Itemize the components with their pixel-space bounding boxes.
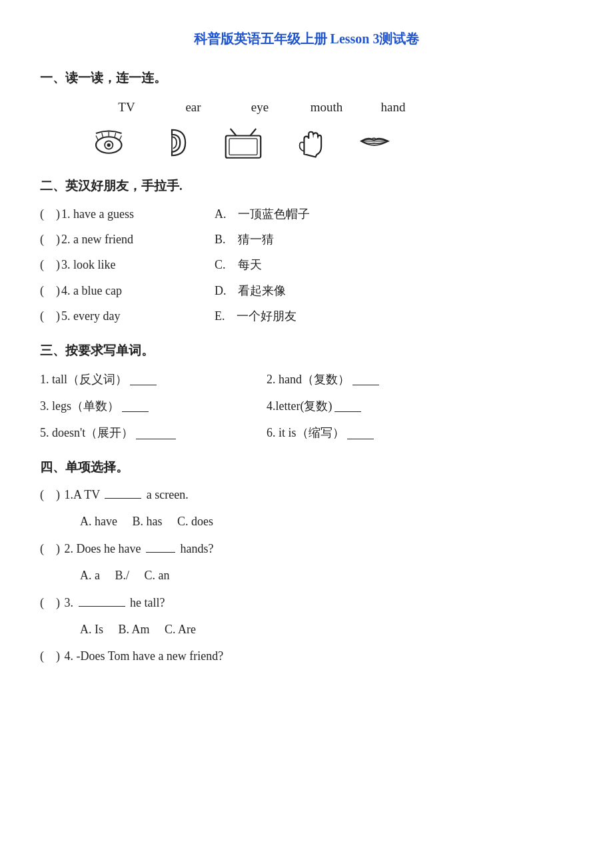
choice-options-1: A. have B. has C. does <box>80 511 573 532</box>
match-right-b: B. 猜一猜 <box>215 229 274 250</box>
word-mouth: mouth <box>293 96 360 119</box>
gap-3 <box>79 595 125 607</box>
write-item-1: 1. tall（反义词） <box>40 369 267 390</box>
svg-line-4 <box>102 133 103 138</box>
choice-num-2: 2. Does he have <box>65 542 141 555</box>
match-right-e: E. 一个好朋友 <box>215 305 297 327</box>
icon-row <box>80 123 573 163</box>
underline-4 <box>334 400 361 412</box>
word-ear: ear <box>160 96 227 119</box>
write-num-5: 5. doesn't（展开） <box>40 422 133 443</box>
choice-paren-3: ( ) <box>40 592 59 613</box>
word-hand: hand <box>360 96 426 119</box>
match-item-2: ( ) 2. a new friend B. 猜一猜 <box>40 229 573 250</box>
choice-paren-1: ( ) <box>40 484 59 505</box>
word-row: TV ear eye mouth hand <box>93 96 573 119</box>
match-item-1: ( ) 1. have a guess A. 一顶蓝色帽子 <box>40 203 573 225</box>
choice-item-3: ( ) 3. he tall? <box>40 592 573 613</box>
svg-line-12 <box>251 129 257 136</box>
choice-paren-4: ( ) <box>40 645 59 667</box>
paren-3: ( ) <box>40 254 59 275</box>
underline-2 <box>352 373 379 385</box>
choice-num-3: 3. <box>65 596 77 609</box>
choice-options-2: A. a B./ C. an <box>80 565 573 586</box>
match-right-d: D. 看起来像 <box>215 280 287 301</box>
svg-rect-10 <box>229 139 257 155</box>
choice-rest-3: he tall? <box>130 596 165 609</box>
section1-title: 一、读一读，连一连。 <box>40 67 573 89</box>
choice-rest-1: a screen. <box>147 488 189 501</box>
match-right-a: A. 一顶蓝色帽子 <box>215 203 310 225</box>
write-row-56: 5. doesn't（展开） 6. it is（缩写） <box>40 422 573 443</box>
underline-6 <box>347 427 374 439</box>
section4-items: ( ) 1.A TV a screen. A. have B. has C. d… <box>40 484 573 667</box>
match-right-c: C. 每天 <box>215 254 262 275</box>
choice-rest-2: hands? <box>180 542 213 555</box>
paren-4: ( ) <box>40 280 59 301</box>
gap-2 <box>146 541 175 553</box>
write-row-34: 3. legs（单数） 4.letter(复数) <box>40 395 573 417</box>
section3-title: 三、按要求写单词。 <box>40 339 573 362</box>
choice-item-4: ( ) 4. -Does Tom have a new friend? <box>40 645 573 667</box>
match-left-5: 5. every day <box>61 305 215 327</box>
ear-drawing <box>147 123 207 163</box>
write-num-2: 2. hand（复数） <box>267 369 350 390</box>
choice-item-1: ( ) 1.A TV a screen. <box>40 484 573 505</box>
word-tv: TV <box>93 96 160 119</box>
svg-line-7 <box>119 136 122 141</box>
gap-1 <box>105 487 141 499</box>
match-item-3: ( ) 3. look like C. 每天 <box>40 254 573 275</box>
eye-drawing <box>80 123 140 163</box>
choice-paren-2: ( ) <box>40 538 59 559</box>
write-num-4: 4.letter(复数) <box>267 395 332 417</box>
underline-1 <box>130 373 157 385</box>
write-row-12: 1. tall（反义词） 2. hand（复数） <box>40 369 573 390</box>
choice-num-4: 4. -Does Tom have a new friend? <box>65 649 224 663</box>
underline-3 <box>122 400 149 412</box>
write-item-2: 2. hand（复数） <box>267 369 493 390</box>
underline-5 <box>136 427 176 439</box>
paren-2: ( ) <box>40 229 59 250</box>
write-item-3: 3. legs（单数） <box>40 395 267 417</box>
choice-num-1: 1.A TV <box>65 488 100 501</box>
svg-point-2 <box>107 143 111 147</box>
paren-1: ( ) <box>40 203 59 225</box>
svg-line-3 <box>96 136 99 141</box>
section4-title: 四、单项选择。 <box>40 456 573 479</box>
paren-5: ( ) <box>40 305 59 327</box>
match-left-1: 1. have a guess <box>61 203 215 225</box>
tv-drawing <box>213 123 273 163</box>
match-left-2: 2. a new friend <box>61 229 215 250</box>
write-num-6: 6. it is（缩写） <box>267 422 344 443</box>
page-title: 科普版英语五年级上册 Lesson 3测试卷 <box>40 27 573 51</box>
choice-item-2: ( ) 2. Does he have hands? <box>40 538 573 559</box>
match-item-5: ( ) 5. every day E. 一个好朋友 <box>40 305 573 327</box>
hand-drawing <box>280 123 340 163</box>
write-item-6: 6. it is（缩写） <box>267 422 493 443</box>
write-item-4: 4.letter(复数) <box>267 395 493 417</box>
match-item-4: ( ) 4. a blue cap D. 看起来像 <box>40 280 573 301</box>
match-left-3: 3. look like <box>61 254 215 275</box>
write-item-5: 5. doesn't（展开） <box>40 422 267 443</box>
section2-title: 二、英汉好朋友，手拉手. <box>40 175 573 197</box>
svg-line-6 <box>115 133 116 138</box>
write-num-3: 3. legs（单数） <box>40 395 119 417</box>
svg-line-11 <box>231 129 237 136</box>
match-left-4: 4. a blue cap <box>61 280 215 301</box>
section3-items: 1. tall（反义词） 2. hand（复数） 3. legs（单数） 4.l… <box>40 369 573 444</box>
mouth-drawing <box>346 123 406 163</box>
choice-options-3: A. Is B. Am C. Are <box>80 619 573 640</box>
word-eye: eye <box>227 96 293 119</box>
write-num-1: 1. tall（反义词） <box>40 369 127 390</box>
section2-items: ( ) 1. have a guess A. 一顶蓝色帽子 ( ) 2. a n… <box>40 203 573 327</box>
